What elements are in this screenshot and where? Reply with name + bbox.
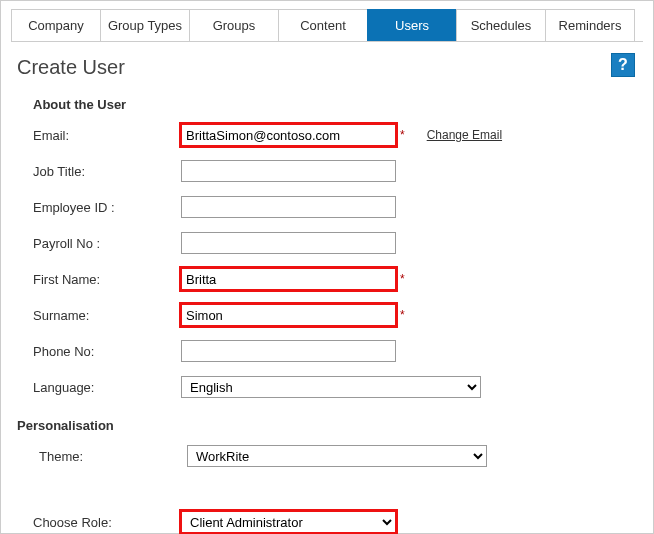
label-theme: Theme: <box>39 449 187 464</box>
form-about-user: Email: * Change Email Job Title: Employe… <box>11 122 643 400</box>
section-personalisation: Personalisation <box>17 418 643 433</box>
required-marker: * <box>400 272 405 286</box>
email-field[interactable] <box>181 124 396 146</box>
app-window: Company Group Types Groups Content Users… <box>0 0 654 534</box>
surname-field[interactable] <box>181 304 396 326</box>
theme-select[interactable]: WorkRite <box>187 445 487 467</box>
first-name-field[interactable] <box>181 268 396 290</box>
label-employee-id: Employee ID : <box>33 200 181 215</box>
required-marker: * <box>400 308 405 322</box>
form-personalisation: Theme: WorkRite <box>11 443 643 469</box>
tab-group-types[interactable]: Group Types <box>100 9 190 41</box>
choose-role-select[interactable]: Client Administrator <box>181 511 396 533</box>
help-icon[interactable]: ? <box>611 53 635 77</box>
required-marker: * <box>400 128 405 142</box>
page-title: Create User <box>17 56 643 79</box>
tab-users[interactable]: Users <box>367 9 457 41</box>
label-payroll-no: Payroll No : <box>33 236 181 251</box>
tab-schedules[interactable]: Schedules <box>456 9 546 41</box>
employee-id-field[interactable] <box>181 196 396 218</box>
label-choose-role: Choose Role: <box>33 515 181 530</box>
payroll-no-field[interactable] <box>181 232 396 254</box>
label-phone-no: Phone No: <box>33 344 181 359</box>
tab-reminders[interactable]: Reminders <box>545 9 635 41</box>
change-email-link[interactable]: Change Email <box>427 128 502 142</box>
tab-company[interactable]: Company <box>11 9 101 41</box>
job-title-field[interactable] <box>181 160 396 182</box>
main-tabs: Company Group Types Groups Content Users… <box>11 9 643 42</box>
label-language: Language: <box>33 380 181 395</box>
label-surname: Surname: <box>33 308 181 323</box>
form-choose-role: Choose Role: Client Administrator <box>11 509 643 534</box>
label-job-title: Job Title: <box>33 164 181 179</box>
phone-no-field[interactable] <box>181 340 396 362</box>
language-select[interactable]: English <box>181 376 481 398</box>
tab-groups[interactable]: Groups <box>189 9 279 41</box>
label-email: Email: <box>33 128 181 143</box>
tab-content[interactable]: Content <box>278 9 368 41</box>
section-about-the-user: About the User <box>33 97 643 112</box>
label-first-name: First Name: <box>33 272 181 287</box>
